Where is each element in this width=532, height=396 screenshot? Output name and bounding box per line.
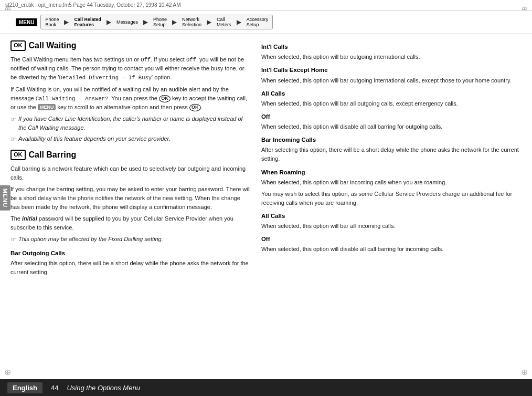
- nav-item-accessory-setup[interactable]: AccessorySetup: [247, 17, 269, 27]
- all-calls-out-section: All Calls When selected, this option wil…: [261, 89, 522, 108]
- left-column: OK Call Waiting The Call Waiting menu it…: [10, 39, 251, 362]
- ok-badge-call-barring: OK: [10, 150, 26, 160]
- nav-arrow-4: ▶: [172, 18, 177, 26]
- nav-item-network-selection[interactable]: NetworkSelection: [182, 17, 201, 27]
- all-calls-in-section: All Calls When selected, this option wil…: [261, 212, 522, 231]
- bar-incoming-section: Bar Incoming Calls After selecting this …: [261, 136, 522, 163]
- all-calls-out-text: When selected, this option will bar all …: [261, 99, 522, 108]
- off-out-section: Off When selected, this option will disa…: [261, 112, 522, 131]
- corner-mark-br: ⊕: [521, 367, 528, 377]
- bar-outgoing-heading: Bar Outgoing Calls: [10, 249, 251, 258]
- all-calls-in-text: When selected, this option will bar all …: [261, 222, 522, 231]
- nav-item-call-related-features[interactable]: Call RelatedFeatures: [74, 17, 101, 27]
- call-barring-body: Call barring is a network feature which …: [10, 164, 251, 245]
- call-barring-title: OK Call Barring: [10, 149, 251, 161]
- nav-arrow-2: ▶: [107, 18, 111, 26]
- intl-calls-except-home-section: Int'l Calls Except Home When selected, t…: [261, 66, 522, 85]
- nav-bracket: PhoneBook ▶ Call RelatedFeatures ▶ Messa…: [40, 15, 273, 29]
- page-header: st210_en.bk : opt_menu.fm5 Page 44 Tuesd…: [0, 0, 532, 11]
- intl-calls-heading: Int'l Calls: [261, 43, 522, 51]
- intl-calls-except-home-text: When selected, this option will bar outg…: [261, 76, 522, 85]
- when-roaming-section: When Roaming When selected, this option …: [261, 168, 522, 207]
- nav-arrow-5: ▶: [207, 18, 211, 26]
- nav-arrow-3: ▶: [143, 18, 148, 26]
- call-waiting-body: The Call Waiting menu item has two setti…: [10, 55, 251, 144]
- ok-badge-call-waiting: OK: [10, 40, 26, 50]
- bar-outgoing-text: After selecting this option, there will …: [10, 259, 251, 277]
- off-out-text: When selected, this option will disable …: [261, 122, 522, 131]
- intl-calls-except-home-heading: Int'l Calls Except Home: [261, 66, 522, 75]
- intl-calls-text: When selected, this option will bar outg…: [261, 53, 522, 61]
- nav-arrow-6: ▶: [237, 18, 241, 26]
- header-text: st210_en.bk : opt_menu.fm5 Page 44 Tuesd…: [5, 2, 180, 8]
- right-column: Int'l Calls When selected, this option w…: [261, 39, 522, 362]
- main-content: OK Call Waiting The Call Waiting menu it…: [0, 34, 532, 367]
- nav-arrow-1: ▶: [64, 18, 69, 26]
- nav-item-messages[interactable]: Messages: [116, 19, 138, 25]
- all-calls-in-heading: All Calls: [261, 212, 522, 221]
- off-in-section: Off When selected, this option will disa…: [261, 235, 522, 254]
- nav-item-call-meters[interactable]: CallMeters: [217, 17, 231, 27]
- call-waiting-title: OK Call Waiting: [10, 39, 251, 52]
- bar-incoming-heading: Bar Incoming Calls: [261, 136, 522, 144]
- when-roaming-text: When selected, this option will bar inco…: [261, 178, 522, 207]
- off-in-heading: Off: [261, 235, 522, 244]
- intl-calls-section: Int'l Calls When selected, this option w…: [261, 43, 522, 61]
- page-footer: English 44 Using the Options Menu: [0, 379, 532, 396]
- footer-language: English: [7, 382, 42, 393]
- all-calls-out-heading: All Calls: [261, 89, 522, 98]
- nav-item-phone-setup[interactable]: PhoneSetup: [153, 17, 167, 27]
- when-roaming-heading: When Roaming: [261, 168, 522, 177]
- menu-label[interactable]: MENU: [16, 18, 37, 26]
- bar-incoming-text: After selecting this option, there will …: [261, 145, 522, 163]
- off-out-heading: Off: [261, 112, 522, 121]
- off-in-text: When selected, this option will disable …: [261, 245, 522, 254]
- corner-mark-bl: ⊕: [4, 367, 11, 377]
- footer-page-number: 44: [51, 384, 58, 392]
- footer-chapter-title: Using the Options Menu: [67, 384, 140, 392]
- navigation-bar: MENU PhoneBook ▶ Call RelatedFeatures ▶ …: [0, 11, 532, 34]
- side-menu-button[interactable]: MENU: [0, 185, 10, 211]
- nav-item-phonebook[interactable]: PhoneBook: [45, 17, 59, 27]
